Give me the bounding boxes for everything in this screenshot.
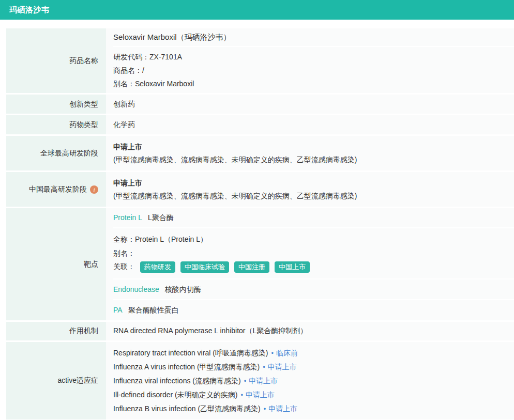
indication-item: Respiratory tract infection viral (呼吸道病毒…	[113, 346, 514, 360]
china-phase-stage: 申请上市	[113, 177, 514, 190]
drug-name-value: Seloxavir Marboxil（玛硒洛沙韦） 研发代码：ZX-7101A …	[106, 28, 514, 93]
global-phase-block: 申请上市 (甲型流感病毒感染、流感病毒感染、未明确定义的疾病、乙型流感病毒感染)	[113, 136, 514, 170]
drug-primary-name: Seloxavir Marboxil（玛硒洛沙韦）	[113, 28, 514, 47]
indication-phase-link[interactable]: 申请上市	[246, 391, 275, 399]
indication-item: Influenza viral infections (流感病毒感染)•申请上市	[113, 374, 514, 388]
target-link-endonuclease[interactable]: Endonuclease	[113, 285, 159, 293]
target-link-protein-l[interactable]: Protein L	[113, 213, 142, 222]
badge-drug-rd[interactable]: 药物研发	[140, 261, 175, 273]
bullet-icon: •	[240, 391, 243, 399]
target-primary-detail: 全称：Protein L（Protein L） 别名： 关联： 药物研发 中国临…	[113, 228, 514, 279]
bullet-icon: •	[244, 377, 247, 385]
page-title: 玛硒洛沙韦	[9, 5, 50, 15]
target-alias-label: 别名：	[113, 249, 135, 257]
target-pa-cn: 聚合酶酸性蛋白	[128, 306, 179, 314]
info-icon[interactable]: i	[90, 185, 98, 194]
bullet-icon: •	[264, 405, 266, 413]
bullet-icon: •	[271, 349, 274, 357]
page-header: 玛硒洛沙韦	[0, 0, 514, 20]
target-relation-label: 关联：	[113, 262, 135, 272]
trade-name-label: 商品名：	[113, 66, 142, 74]
dev-code-label: 研发代码：	[113, 53, 149, 61]
target-fullname-value: Protein L（Protein L）	[135, 235, 207, 243]
bullet-icon: •	[263, 363, 265, 371]
target-fullname-label: 全称：	[113, 235, 135, 243]
indication-item: Influenza B virus infection (乙型流感病毒感染)•申…	[113, 402, 514, 416]
indication-name: Respiratory tract infection viral (呼吸道病毒…	[113, 349, 268, 357]
drug-name-label: 药品名称	[6, 28, 106, 93]
badge-china-clinical-trial[interactable]: 中国临床试验	[180, 261, 229, 273]
global-phase-value: 申请上市 (甲型流感病毒感染、流感病毒感染、未明确定义的疾病、乙型流感病毒感染)	[106, 136, 514, 170]
target-alias-line: 别名：	[113, 246, 514, 260]
mechanism-label: 作用机制	[6, 322, 106, 340]
target-endonuclease-cn: 核酸内切酶	[165, 285, 201, 293]
china-phase-indications: (甲型流感病毒感染、流感病毒感染、未明确定义的疾病、乙型流感病毒感染)	[113, 190, 514, 203]
row-innovation-type: 创新类型 创新药	[6, 95, 514, 114]
innovation-type-value: 创新药	[106, 95, 514, 114]
row-china-phase: 中国最高研发阶段 i 申请上市 (甲型流感病毒感染、流感病毒感染、未明确定义的疾…	[6, 172, 514, 207]
row-global-phase: 全球最高研发阶段 申请上市 (甲型流感病毒感染、流感病毒感染、未明确定义的疾病、…	[6, 136, 514, 170]
indication-name: Influenza B virus infection (乙型流感病毒感染)	[113, 405, 261, 413]
target-label: 靶点	[6, 208, 106, 320]
global-phase-indications: (甲型流感病毒感染、流感病毒感染、未明确定义的疾病、乙型流感病毒感染)	[113, 153, 514, 166]
target-relation-line: 关联： 药物研发 中国临床试验 中国注册 中国上市	[113, 260, 514, 274]
indication-phase-link[interactable]: 申请上市	[249, 377, 278, 385]
target-link-pa[interactable]: PA	[113, 306, 123, 314]
indication-list: Respiratory tract infection viral (呼吸道病毒…	[113, 342, 514, 419]
row-target: 靶点 Protein LL聚合酶 全称：Protein L（Protein L）…	[6, 208, 514, 320]
target-protein-l-cn: L聚合酶	[148, 213, 174, 222]
target-pa-row: PA聚合酶酸性蛋白	[113, 300, 514, 320]
alias-line: 别名：Seloxavir Marboxil	[113, 77, 514, 90]
alias-label: 别名：	[113, 80, 135, 88]
row-mechanism: 作用机制 RNA directed RNA polymerase L inhib…	[6, 322, 514, 340]
drug-info-table: 药品名称 Seloxavir Marboxil（玛硒洛沙韦） 研发代码：ZX-7…	[6, 28, 514, 420]
indication-item: Ill-defined disorder (未明确定义的疾病)•申请上市	[113, 388, 514, 402]
global-phase-stage: 申请上市	[113, 141, 514, 153]
row-active-indications: active适应症 Respiratory tract infection vi…	[6, 342, 514, 419]
target-fullname-line: 全称：Protein L（Protein L）	[113, 232, 514, 246]
active-indications-value: Respiratory tract infection viral (呼吸道病毒…	[106, 342, 514, 419]
drug-type-label: 药物类型	[6, 115, 106, 134]
indication-phase-link[interactable]: 临床前	[276, 349, 298, 357]
badge-china-marketed[interactable]: 中国上市	[275, 261, 310, 273]
target-value: Protein LL聚合酶 全称：Protein L（Protein L） 别名…	[106, 208, 514, 320]
indication-item: Influenza A virus infection (甲型流感病毒感染)•申…	[113, 360, 514, 374]
alias-value: Seloxavir Marboxil	[135, 80, 194, 88]
global-phase-label: 全球最高研发阶段	[6, 136, 106, 170]
indication-phase-link[interactable]: 申请上市	[268, 363, 297, 371]
indication-name: Influenza A virus infection (甲型流感病毒感染)	[113, 363, 260, 371]
trade-name-value: /	[142, 66, 144, 74]
china-phase-label-cell: 中国最高研发阶段 i	[6, 172, 106, 207]
dev-code-value: ZX-7101A	[149, 53, 182, 61]
indication-name: Influenza viral infections (流感病毒感染)	[113, 377, 241, 385]
china-phase-label: 中国最高研发阶段	[29, 185, 87, 194]
trade-name-line: 商品名：/	[113, 64, 514, 77]
china-phase-block: 申请上市 (甲型流感病毒感染、流感病毒感染、未明确定义的疾病、乙型流感病毒感染)	[113, 172, 514, 207]
badge-china-registration[interactable]: 中国注册	[234, 261, 269, 273]
innovation-type-label: 创新类型	[6, 95, 106, 114]
target-primary-head: Protein LL聚合酶	[113, 208, 514, 228]
china-phase-value: 申请上市 (甲型流感病毒感染、流感病毒感染、未明确定义的疾病、乙型流感病毒感染)	[106, 172, 514, 207]
row-drug-name: 药品名称 Seloxavir Marboxil（玛硒洛沙韦） 研发代码：ZX-7…	[6, 28, 514, 93]
dev-code-line: 研发代码：ZX-7101A	[113, 50, 514, 64]
indication-name: Ill-defined disorder (未明确定义的疾病)	[113, 391, 237, 399]
drug-type-value: 化学药	[106, 115, 514, 134]
mechanism-value: RNA directed RNA polymerase L inhibitor（…	[106, 322, 514, 340]
row-drug-type: 药物类型 化学药	[6, 115, 514, 134]
target-endonuclease-row: Endonuclease核酸内切酶	[113, 279, 514, 300]
indication-phase-link[interactable]: 申请上市	[268, 405, 297, 413]
drug-name-details: 研发代码：ZX-7101A 商品名：/ 别名：Seloxavir Marboxi…	[113, 47, 514, 93]
active-indications-label: active适应症	[6, 342, 106, 419]
